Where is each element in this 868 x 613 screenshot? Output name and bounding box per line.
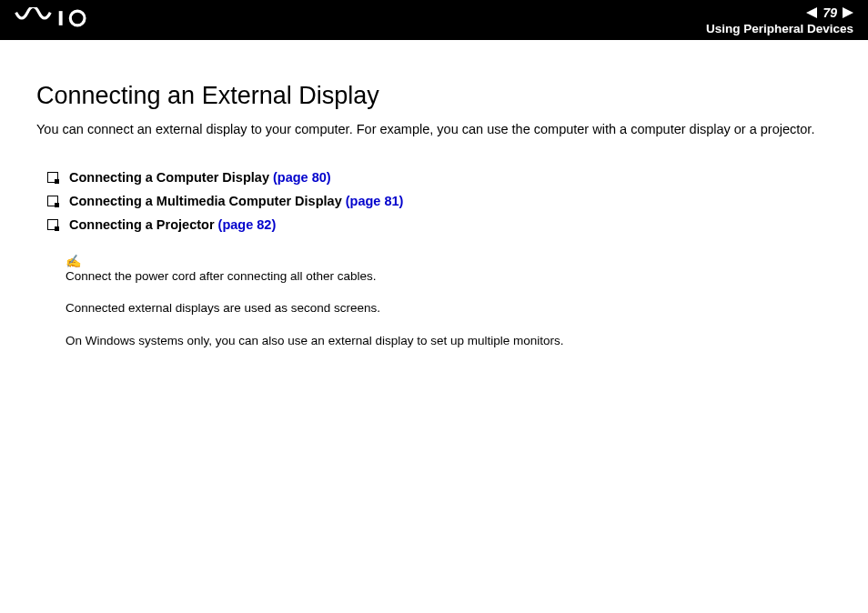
list-item: Connecting a Computer Display (page 80) bbox=[47, 170, 832, 185]
page-number: 79 bbox=[823, 5, 837, 20]
next-page-arrow[interactable] bbox=[843, 7, 853, 18]
page-title: Connecting an External Display bbox=[36, 82, 832, 110]
note-text: Connect the power cord after connecting … bbox=[66, 268, 832, 285]
page-reference-link[interactable]: (page 82) bbox=[218, 217, 277, 232]
note-text: On Windows systems only, you can also us… bbox=[66, 333, 832, 349]
header-bar: 79 Using Peripheral Devices bbox=[0, 0, 868, 40]
link-label: Connecting a Projector bbox=[69, 217, 218, 232]
page-reference-link[interactable]: (page 80) bbox=[273, 170, 331, 185]
page-reference-link[interactable]: (page 81) bbox=[346, 194, 404, 208]
vaio-logo bbox=[15, 7, 115, 33]
svg-point-1 bbox=[70, 11, 85, 25]
prev-page-arrow[interactable] bbox=[806, 7, 817, 18]
section-label: Using Peripheral Devices bbox=[706, 22, 853, 35]
list-item: Connecting a Projector (page 82) bbox=[47, 217, 832, 232]
bullet-icon bbox=[47, 172, 58, 183]
list-item: Connecting a Multimedia Computer Display… bbox=[47, 194, 832, 208]
link-label: Connecting a Multimedia Computer Display bbox=[69, 194, 346, 208]
svg-marker-2 bbox=[806, 7, 817, 18]
note-icon: ✍ bbox=[66, 254, 832, 268]
link-label: Connecting a Computer Display bbox=[69, 170, 273, 185]
svg-rect-0 bbox=[59, 11, 63, 25]
note-block: ✍ Connect the power cord after connectin… bbox=[36, 254, 832, 349]
topic-link-list: Connecting a Computer Display (page 80) … bbox=[36, 170, 832, 232]
bullet-icon bbox=[47, 196, 58, 206]
bullet-icon bbox=[47, 219, 58, 230]
svg-marker-3 bbox=[843, 7, 853, 18]
page-content: Connecting an External Display You can c… bbox=[0, 40, 868, 348]
intro-text: You can connect an external display to y… bbox=[36, 121, 832, 139]
note-text: Connected external displays are used as … bbox=[66, 300, 832, 317]
